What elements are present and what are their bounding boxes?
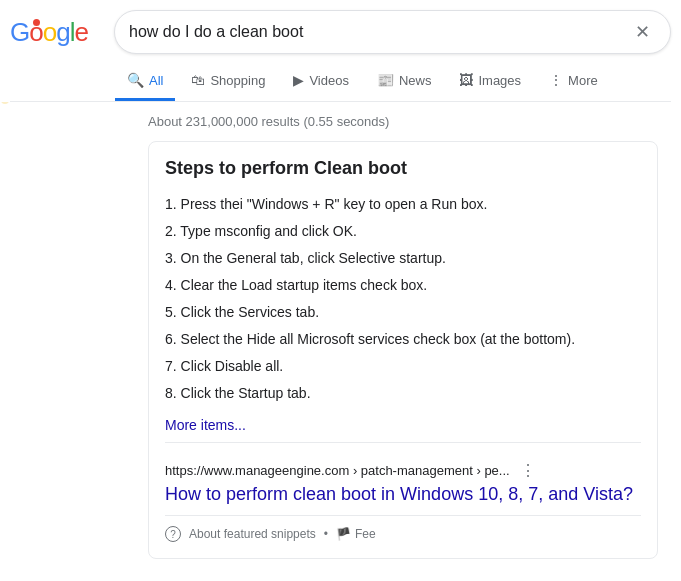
- tab-shopping-label: Shopping: [210, 73, 265, 88]
- images-icon: 🖼: [459, 72, 473, 88]
- tab-news[interactable]: 📰 News: [365, 62, 444, 101]
- footer-dot: •: [324, 527, 328, 541]
- logo-g2: g: [56, 17, 69, 48]
- more-icon: ⋮: [549, 72, 563, 88]
- step-4: 4. Clear the Load startup items check bo…: [165, 272, 641, 299]
- source-menu-button[interactable]: ⋮: [516, 459, 540, 482]
- shopping-icon: 🛍: [191, 72, 205, 88]
- tab-shopping[interactable]: 🛍 Shopping: [179, 62, 277, 101]
- all-icon: 🔍: [127, 72, 144, 88]
- logo-search-row: Google ✕: [10, 10, 671, 62]
- tab-images-label: Images: [478, 73, 521, 88]
- featured-snippet: Steps to perform Clean boot 1. Press the…: [148, 141, 658, 559]
- snippet-steps-list: 1. Press thei "Windows + R" key to open …: [165, 191, 641, 407]
- source-main-link[interactable]: How to perform clean boot in Windows 10,…: [165, 484, 641, 505]
- search-clear-button[interactable]: ✕: [629, 19, 656, 45]
- step-6: 6. Select the Hide all Microsoft service…: [165, 326, 641, 353]
- tab-more-label: More: [568, 73, 598, 88]
- logo-e: e: [74, 17, 87, 48]
- tab-videos[interactable]: ▶ Videos: [281, 62, 361, 101]
- step-1: 1. Press thei "Windows + R" key to open …: [165, 191, 641, 218]
- source-url: https://www.manageengine.com › patch-man…: [165, 463, 510, 478]
- logo-g: G: [10, 17, 29, 48]
- step-8: 8. Click the Startup tab.: [165, 380, 641, 407]
- videos-icon: ▶: [293, 72, 304, 88]
- source-row: https://www.manageengine.com › patch-man…: [165, 453, 641, 482]
- header: Google ✕ 🔍 All 🛍 Shopping ▶ Videos 📰 New…: [0, 0, 681, 102]
- snippet-title: Steps to perform Clean boot: [165, 158, 641, 179]
- source-divider: [165, 442, 641, 443]
- google-logo: Google: [10, 17, 102, 47]
- tab-videos-label: Videos: [309, 73, 349, 88]
- snippet-footer: ? About featured snippets • 🏴 Fee: [165, 515, 641, 542]
- step-5: 5. Click the Services tab.: [165, 299, 641, 326]
- search-input[interactable]: [129, 23, 629, 41]
- news-icon: 📰: [377, 72, 394, 88]
- step-2: 2. Type msconfig and click OK.: [165, 218, 641, 245]
- feedback-flag[interactable]: 🏴 Fee: [336, 527, 376, 541]
- tab-all[interactable]: 🔍 All: [115, 62, 175, 101]
- feedback-label: Fee: [355, 527, 376, 541]
- logo-o1: o: [29, 17, 42, 48]
- tab-news-label: News: [399, 73, 432, 88]
- search-bar: ✕: [114, 10, 671, 54]
- step-7: 7. Click Disable all.: [165, 353, 641, 380]
- results-count: About 231,000,000 results (0.55 seconds): [148, 114, 661, 129]
- main-content: About 231,000,000 results (0.55 seconds)…: [0, 102, 681, 573]
- nav-tabs: 🔍 All 🛍 Shopping ▶ Videos 📰 News 🖼 Image…: [10, 62, 671, 102]
- step-3: 3. On the General tab, click Selective s…: [165, 245, 641, 272]
- tab-images[interactable]: 🖼 Images: [447, 62, 533, 101]
- more-items-link[interactable]: More items...: [165, 417, 246, 433]
- logo-o2: o: [43, 17, 56, 48]
- tab-more[interactable]: ⋮ More: [537, 62, 610, 101]
- flag-icon: 🏴: [336, 527, 351, 541]
- about-snippets-icon[interactable]: ?: [165, 526, 181, 542]
- about-snippets-label: About featured snippets: [189, 527, 316, 541]
- tab-all-label: All: [149, 73, 163, 88]
